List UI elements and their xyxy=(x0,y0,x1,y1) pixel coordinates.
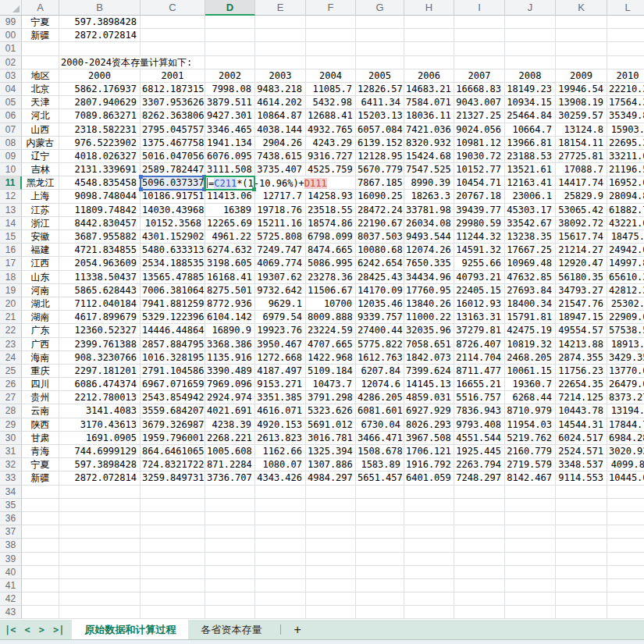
cell-L103[interactable]: 2010 xyxy=(607,69,644,83)
cell-B110[interactable]: 2131.339691 xyxy=(59,163,141,176)
cell-B133[interactable]: 2872.072814 xyxy=(59,471,141,485)
cell-D143[interactable] xyxy=(205,606,255,619)
cell-B129[interactable]: 3170.43613 xyxy=(59,418,141,432)
row-header-42[interactable]: 42 xyxy=(0,592,22,606)
cell-E123[interactable]: 3950.467 xyxy=(255,338,306,351)
cell-E102[interactable] xyxy=(255,56,306,69)
row-header-07[interactable]: 07 xyxy=(0,123,22,137)
cell-G133[interactable]: 5651.457 xyxy=(356,471,404,485)
cell-H113[interactable]: 33781.98 xyxy=(404,204,454,217)
cell-I142[interactable] xyxy=(454,592,505,606)
column-header-C[interactable]: C xyxy=(141,0,205,16)
cell-I125[interactable]: 8711.477 xyxy=(454,365,505,378)
cell-J127[interactable]: 6268.44 xyxy=(505,391,556,404)
cell-E113[interactable]: 19718.76 xyxy=(255,204,306,217)
cell-G99[interactable] xyxy=(356,16,404,29)
cell-K109[interactable]: 27725.81 xyxy=(556,150,607,163)
cell-G128[interactable]: 6081.601 xyxy=(356,404,404,418)
row-header-05[interactable]: 05 xyxy=(0,96,22,109)
cell-A112[interactable]: 上海 xyxy=(22,190,59,203)
cell-B140[interactable] xyxy=(59,566,141,579)
cell-C104[interactable]: 6812.187315 xyxy=(141,83,205,96)
cell-A130[interactable]: 甘肃 xyxy=(22,432,59,445)
cell-J108[interactable]: 13966.81 xyxy=(505,137,556,150)
cell-K111[interactable]: 14417.74 xyxy=(556,176,607,190)
cell-J118[interactable]: 47632.85 xyxy=(505,271,556,284)
cell-A118[interactable]: 山东 xyxy=(22,271,59,284)
cell-D136[interactable] xyxy=(205,512,255,525)
cell-H108[interactable]: 8320.932 xyxy=(404,137,454,150)
cell-E124[interactable]: 1272.668 xyxy=(255,351,306,365)
cell-G110[interactable]: 5670.779 xyxy=(356,163,404,176)
cell-H119[interactable]: 17760.95 xyxy=(404,284,454,297)
cell-D139[interactable] xyxy=(205,553,255,566)
cell-K105[interactable]: 13908.19 xyxy=(556,96,607,109)
cell-K102[interactable] xyxy=(556,56,607,69)
cell-B116[interactable]: 4721.834855 xyxy=(59,244,141,257)
cell-C130[interactable]: 1959.796001 xyxy=(141,432,205,445)
cell-F111[interactable] xyxy=(306,176,356,190)
cell-J142[interactable] xyxy=(505,592,556,606)
cell-F116[interactable]: 8474.665 xyxy=(306,244,356,257)
cell-F126[interactable]: 10473.7 xyxy=(306,378,356,391)
cell-K114[interactable]: 38092.72 xyxy=(556,217,607,230)
cell-K118[interactable]: 56180.35 xyxy=(556,271,607,284)
cell-G118[interactable]: 28425.43 xyxy=(356,271,404,284)
cell-F140[interactable] xyxy=(306,566,356,579)
cell-L128[interactable]: 13194. xyxy=(607,404,644,418)
cell-L108[interactable]: 22695.3 xyxy=(607,137,644,150)
cell-I140[interactable] xyxy=(454,566,505,579)
cell-L107[interactable]: 15903. xyxy=(607,123,644,137)
cell-K141[interactable] xyxy=(556,579,607,592)
cell-H114[interactable]: 26034.08 xyxy=(404,217,454,230)
cell-J136[interactable] xyxy=(505,512,556,525)
cell-K100[interactable] xyxy=(556,29,607,42)
cell-H118[interactable]: 34434.96 xyxy=(404,271,454,284)
cell-L113[interactable]: 61882.7 xyxy=(607,204,644,217)
cell-H104[interactable]: 14683.21 xyxy=(404,83,454,96)
cell-A132[interactable]: 宁夏 xyxy=(22,458,59,471)
cell-J115[interactable]: 13238.35 xyxy=(505,230,556,244)
cell-A127[interactable]: 贵州 xyxy=(22,391,59,404)
cell-F133[interactable]: 4984.297 xyxy=(306,471,356,485)
cell-E103[interactable]: 2003 xyxy=(255,69,306,83)
cell-G111[interactable]: 7867.185 xyxy=(356,176,404,190)
cell-J99[interactable] xyxy=(505,16,556,29)
cell-H130[interactable]: 3967.508 xyxy=(404,432,454,445)
cell-K143[interactable] xyxy=(556,606,607,619)
cell-J109[interactable]: 23188.53 xyxy=(505,150,556,163)
cell-C122[interactable]: 14446.44864 xyxy=(141,324,205,337)
cell-E114[interactable]: 15211.16 xyxy=(255,217,306,230)
cell-G116[interactable]: 10080.68 xyxy=(356,244,404,257)
cell-C139[interactable] xyxy=(141,553,205,566)
cell-K123[interactable]: 14213.88 xyxy=(556,338,607,351)
cell-C124[interactable]: 1016.328195 xyxy=(141,351,205,365)
row-header-20[interactable]: 20 xyxy=(0,297,22,311)
cell-I120[interactable]: 16012.93 xyxy=(454,297,505,311)
row-header-03[interactable]: 03 xyxy=(0,69,22,83)
cell-L115[interactable]: 18475. xyxy=(607,230,644,244)
cell-B136[interactable] xyxy=(59,512,141,525)
cell-A133[interactable]: 新疆 xyxy=(22,471,59,485)
cell-J124[interactable]: 2468.205 xyxy=(505,351,556,365)
column-header-F[interactable]: F xyxy=(306,0,356,16)
cell-E136[interactable] xyxy=(255,512,306,525)
cell-K136[interactable] xyxy=(556,512,607,525)
row-header-04[interactable]: 04 xyxy=(0,83,22,96)
cell-B134[interactable] xyxy=(59,486,141,499)
cell-G100[interactable] xyxy=(356,29,404,42)
cell-H124[interactable]: 1842.073 xyxy=(404,351,454,365)
cell-K113[interactable]: 53065.42 xyxy=(556,204,607,217)
cell-D110[interactable]: 3111.508 xyxy=(205,163,255,176)
cell-B108[interactable]: 976.5223902 xyxy=(59,137,141,150)
row-header-33[interactable]: 33 xyxy=(0,471,22,485)
cell-B115[interactable]: 3687.955882 xyxy=(59,230,141,244)
cell-D105[interactable]: 3879.511 xyxy=(205,96,255,109)
cell-L141[interactable] xyxy=(607,579,644,592)
row-header-14[interactable]: 14 xyxy=(0,217,22,230)
cell-L116[interactable]: 24942.0 xyxy=(607,244,644,257)
row-header-36[interactable]: 36 xyxy=(0,512,22,525)
cell-J125[interactable]: 10061.15 xyxy=(505,365,556,378)
cell-A125[interactable]: 重庆 xyxy=(22,365,59,378)
cell-F105[interactable]: 5432.98 xyxy=(306,96,356,109)
